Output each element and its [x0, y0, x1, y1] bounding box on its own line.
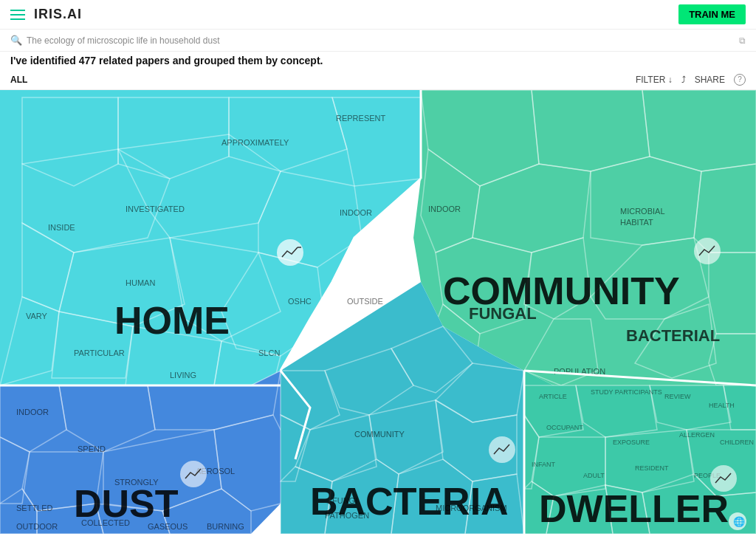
home-approximately-label: APPROXIMATELY: [221, 138, 289, 147]
bacteria-main-label: BACTERIA: [310, 480, 509, 523]
home-oshc-label: OSHC: [288, 297, 312, 306]
dust-outdoor-label: OUTDOOR: [16, 522, 58, 531]
filter-bar: ALL FILTER ↓ ⤴ SHARE ?: [0, 69, 756, 90]
home-human-label: HUMAN: [126, 278, 155, 287]
dweller-tiny7: ALLERGEN: [679, 431, 715, 439]
comm-habitat-label: HABITAT: [620, 218, 653, 227]
dust-main-label: DUST: [74, 482, 179, 525]
dust-burning-label: BURNING: [207, 522, 244, 531]
home-main-label: HOME: [114, 299, 230, 342]
dweller-tiny1: ARTICLE: [539, 393, 567, 400]
bact-community-label: COMMUNITY: [354, 430, 405, 439]
app-logo: IRIS.AI: [34, 7, 678, 22]
share-icon: ⤴: [681, 75, 686, 85]
home-vary-label: VARY: [26, 312, 48, 320]
app-header: IRIS.AI TRAIN ME: [0, 0, 756, 30]
dust-spend-label: SPEND: [78, 444, 106, 453]
globe-symbol: 🌐: [733, 515, 746, 528]
dweller-tiny4: HEALTH: [709, 402, 735, 409]
dweller-tiny5: OCCUPANT: [546, 424, 583, 431]
home-inside-label: INSIDE: [48, 223, 75, 232]
dweller-tiny8: CHILDREN: [720, 439, 754, 446]
share-button[interactable]: SHARE: [695, 75, 725, 85]
comm-microbial-habitat-label: MICROBIAL: [620, 207, 665, 216]
train-me-button[interactable]: TRAIN ME: [678, 4, 746, 24]
filter-share-area: FILTER ↓ ⤴ SHARE ?: [636, 74, 746, 86]
cluster-map-svg: INSIDE VARY INVESTIGATED APPROXIMATELY R…: [0, 90, 756, 534]
dweller-tiny11: RESIDENT: [635, 464, 669, 472]
home-represent-label: REPRESENT: [336, 114, 386, 123]
home-indoor-label: INDOOR: [340, 208, 372, 217]
comm-bacterial-label: BACTERIAL: [626, 326, 720, 345]
dust-settled-label: SETTLED: [16, 504, 53, 512]
home-slcn-label: SLCN: [258, 349, 280, 357]
hamburger-menu[interactable]: [10, 10, 25, 20]
home-investigated-label: INVESTIGATED: [126, 205, 185, 213]
dweller-tiny2: STUDY PARTICIPANTS: [591, 388, 662, 396]
dweller-tiny10: ADULT: [583, 472, 605, 479]
comm-indoor-label: INDOOR: [428, 205, 461, 213]
dweller-tiny3: REVIEW: [664, 393, 691, 400]
home-particular-label: PARTICULAR: [74, 349, 125, 357]
dweller-main-label: DWELLER: [539, 487, 729, 530]
help-icon[interactable]: ?: [734, 74, 746, 86]
search-icon: 🔍: [10, 35, 22, 46]
result-subtitle: I've identified 477 related papers and g…: [0, 52, 756, 69]
home-outside-label: OUTSIDE: [347, 297, 383, 306]
visualization-area: INSIDE VARY INVESTIGATED APPROXIMATELY R…: [0, 90, 756, 534]
dust-indoor-label: INDOOR: [16, 408, 49, 416]
search-query-text: The ecology of microscopic life in house…: [27, 35, 735, 46]
all-filter-label[interactable]: ALL: [10, 75, 27, 85]
dweller-tiny9: INFANT: [532, 461, 556, 468]
copy-icon[interactable]: ⧉: [739, 35, 746, 46]
search-bar: 🔍 The ecology of microscopic life in hou…: [0, 30, 756, 52]
dweller-tiny6: EXPOSURE: [613, 439, 650, 446]
home-living-label: LIVING: [170, 371, 196, 380]
filter-button[interactable]: FILTER ↓: [636, 75, 673, 85]
community-main-label: COMMUNITY: [443, 270, 680, 312]
